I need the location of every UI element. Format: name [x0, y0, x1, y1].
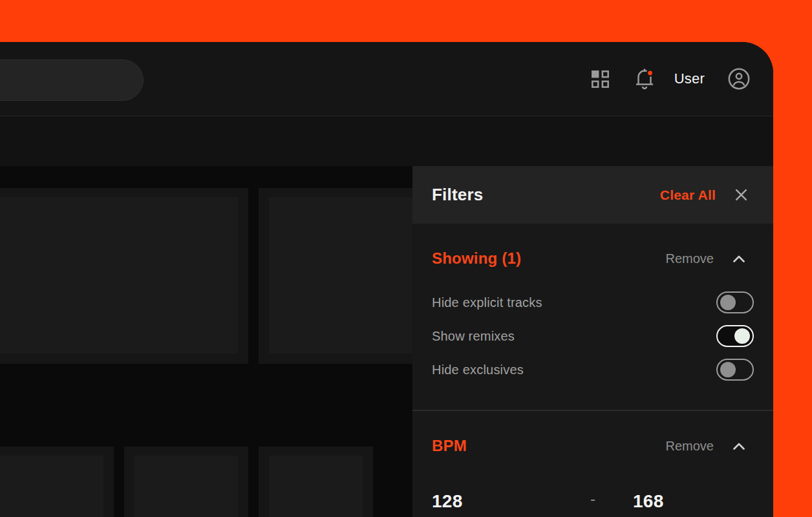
content-area: Filters Clear All Showing (1) Remove: [0, 166, 773, 517]
notifications-bell-icon[interactable]: [634, 68, 655, 90]
screen-background: User Filters Clear All: [0, 0, 812, 517]
section-header: Showing (1) Remove: [432, 224, 754, 269]
section-actions: Remove: [666, 439, 747, 454]
toggle-show-remixes[interactable]: [716, 325, 754, 347]
chevron-up-icon[interactable]: [731, 253, 747, 265]
app-header: User: [0, 42, 773, 116]
header-icons: User: [591, 42, 750, 116]
filter-section-bpm: BPM Remove: [412, 411, 773, 456]
skeleton-card-image: [0, 197, 238, 353]
filters-panel-body: Showing (1) Remove: [412, 224, 773, 517]
toggle-knob: [720, 295, 736, 310]
bpm-range-separator: -: [590, 490, 595, 508]
filters-panel-header: Filters Clear All: [412, 166, 773, 224]
bpm-min-value[interactable]: 128: [432, 491, 463, 512]
app-window: User Filters Clear All: [0, 42, 773, 517]
section-header: BPM Remove: [432, 411, 754, 456]
user-avatar-icon[interactable]: [728, 68, 750, 90]
user-menu-label[interactable]: User: [674, 70, 705, 87]
toggle-label: Hide exclusives: [432, 363, 524, 377]
toggle-label: Hide explicit tracks: [432, 295, 542, 310]
bpm-range-row: 128 - 168: [412, 491, 773, 513]
skeleton-card-image: [134, 456, 238, 517]
skeleton-card-image: [0, 456, 103, 517]
toggle-knob: [720, 362, 736, 377]
remove-button[interactable]: Remove: [666, 439, 714, 454]
toggle-hide-exclusives[interactable]: [716, 359, 754, 381]
skeleton-card-image: [269, 456, 363, 517]
skeleton-card: [259, 447, 373, 517]
section-title: Showing (1): [432, 249, 666, 268]
notification-dot: [647, 70, 653, 76]
toggle-hide-explicit-tracks[interactable]: [716, 291, 754, 313]
skeleton-card: [0, 188, 248, 364]
clear-all-button[interactable]: Clear All: [660, 187, 716, 203]
toggle-knob: [734, 328, 750, 344]
apps-grid-icon[interactable]: [591, 70, 610, 89]
chevron-up-icon[interactable]: [731, 440, 747, 452]
skeleton-card: [0, 447, 114, 517]
search-input[interactable]: [0, 59, 144, 101]
filter-section-showing: Showing (1) Remove: [412, 224, 773, 386]
close-icon[interactable]: [734, 187, 749, 202]
filters-panel: Filters Clear All Showing (1) Remove: [412, 166, 773, 517]
toggle-list: Hide explicit tracks Show remixes Hide e…: [432, 286, 754, 386]
toggle-label: Show remixes: [432, 329, 515, 344]
toggle-row: Hide exclusives: [432, 353, 754, 386]
toggle-row: Show remixes: [432, 319, 754, 353]
section-title: BPM: [432, 437, 666, 455]
section-actions: Remove: [666, 251, 747, 266]
toggle-row: Hide explicit tracks: [432, 286, 754, 319]
skeleton-card: [124, 447, 248, 517]
filters-title: Filters: [432, 185, 660, 205]
remove-button[interactable]: Remove: [666, 251, 714, 266]
bpm-max-value[interactable]: 168: [633, 491, 664, 512]
toolbar-band: [0, 116, 773, 166]
